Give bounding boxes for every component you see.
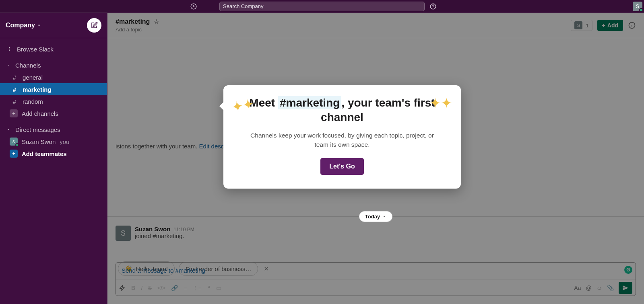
svg-point-4 [9,50,10,51]
workspace-header[interactable]: Company [0,13,107,38]
lets-go-button[interactable]: Let's Go [320,158,363,175]
hash-icon: # [11,98,18,105]
browse-slack[interactable]: Browse Slack [0,43,107,55]
add-channels[interactable]: + Add channels [0,107,107,119]
channels-section-header[interactable]: Channels [0,59,107,71]
dm-self[interactable]: s Suzan Swon you [0,136,107,148]
search-placeholder: Search Company [223,3,263,9]
help-icon[interactable] [429,3,437,10]
channels-section-label: Channels [15,62,41,69]
channel-marketing[interactable]: # marketing [0,83,107,95]
onboarding-popup: ✦✦ ✦✦ Meet #marketing, your team's first… [223,85,461,189]
content-area: #marketing ☆ Add a topic S 1 + Add [107,13,644,304]
channel-random[interactable]: # random [0,95,107,107]
search-input[interactable]: Search Company [219,2,425,11]
add-teammates[interactable]: + Add teammates [0,148,107,160]
more-vertical-icon [6,46,12,52]
dm-section-header[interactable]: Direct messages [0,123,107,136]
date-pill[interactable]: Today [359,211,392,222]
svg-point-3 [9,49,10,49]
add-channels-label: Add channels [22,110,58,117]
dm-you: you [60,138,69,145]
top-bar: Search Company S [0,0,644,13]
channel-general[interactable]: # general [0,71,107,83]
popup-body: Channels keep your work focused, by givi… [248,131,437,150]
history-icon[interactable] [190,3,197,10]
browse-label: Browse Slack [17,46,54,53]
caret-down-icon [6,63,10,67]
sparkle-icon: ✦✦ [429,95,452,111]
hash-icon: # [11,74,18,81]
channel-name: general [23,74,43,81]
user-avatar[interactable]: S [633,2,642,11]
sidebar: Company Browse Slack Channels # general … [0,13,107,304]
plus-icon: + [10,109,18,117]
avatar: s [10,138,18,146]
workspace-name: Company [6,22,35,29]
date-label: Today [365,214,380,220]
chevron-down-icon [36,23,42,28]
plus-icon: + [10,150,18,158]
dm-username: Suzan Swon [22,138,56,145]
chevron-down-icon [382,215,386,219]
popup-title: Meet #marketing, your team's first chann… [248,96,437,125]
hash-icon: # [11,86,18,93]
caret-down-icon [6,127,10,131]
dm-section-label: Direct messages [15,126,60,133]
channel-name: random [23,98,43,105]
add-teammates-label: Add teammates [22,150,67,157]
channel-name: marketing [23,86,52,93]
svg-point-2 [9,47,10,48]
compose-button[interactable] [87,18,101,33]
